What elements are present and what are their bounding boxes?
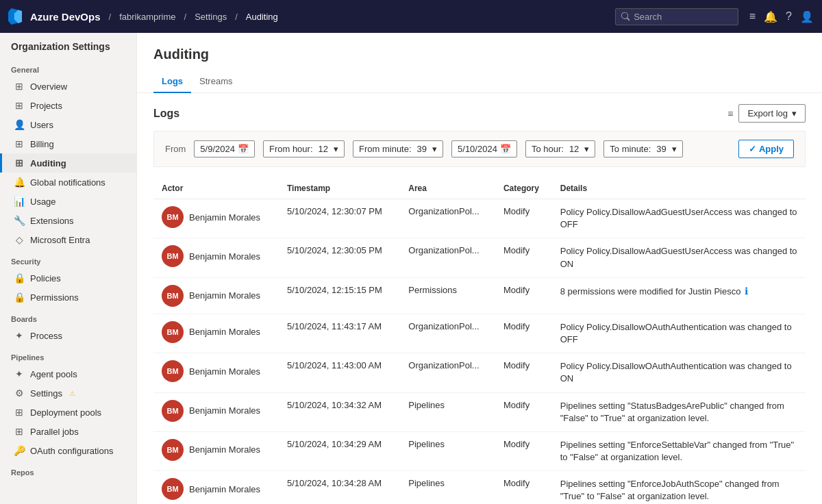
col-details: Details <box>552 178 806 199</box>
sidebar-item-usage[interactable]: 📊 Usage <box>0 192 136 211</box>
table-row[interactable]: BM Benjamin Morales 5/10/2024, 10:34:29 … <box>153 431 806 470</box>
sidebar-item-projects[interactable]: ⊞ Projects <box>0 96 136 115</box>
sidebar-item-label: Deployment pools <box>30 407 101 418</box>
apply-label: Apply <box>759 144 784 154</box>
from-date-picker[interactable]: 5/9/2024 📅 <box>194 140 255 158</box>
sidebar-item-agent-pools[interactable]: ✦ Agent pools <box>0 364 136 383</box>
category-cell: Modify <box>495 431 552 470</box>
category-cell: Modify <box>495 392 552 431</box>
user-avatar[interactable]: 👤 <box>800 10 814 23</box>
main-layout: Organization Settings General ⊞ Overview… <box>0 33 822 504</box>
sidebar-item-auditing[interactable]: ⊞ Auditing <box>0 153 136 173</box>
sidebar-section-general: General <box>0 58 136 77</box>
actor-cell: BM Benjamin Morales <box>153 471 279 504</box>
actor-name: Benjamin Morales <box>189 212 260 223</box>
to-hour-value: 12 <box>569 144 579 154</box>
timestamp-cell: 5/10/2024, 12:15:15 PM <box>279 277 400 314</box>
timestamp-cell: 5/10/2024, 10:34:29 AM <box>279 431 400 470</box>
search-input[interactable] <box>634 12 732 22</box>
category-cell: Modify <box>495 353 552 392</box>
from-minute-dropdown[interactable]: From minute: 39 ▾ <box>353 140 443 158</box>
table-row[interactable]: BM Benjamin Morales 5/10/2024, 12:30:07 … <box>153 199 806 238</box>
area-cell: OrganizationPol... <box>400 238 495 277</box>
actor-cell: BM Benjamin Morales <box>153 199 279 238</box>
sidebar-item-billing[interactable]: ⊞ Billing <box>0 134 136 153</box>
avatar: BM <box>162 206 184 228</box>
table-row[interactable]: BM Benjamin Morales 5/10/2024, 11:43:17 … <box>153 314 806 353</box>
billing-icon: ⊞ <box>14 138 25 149</box>
sidebar-item-label: Billing <box>30 139 54 149</box>
apply-button[interactable]: ✓ Apply <box>738 140 794 158</box>
actor-name: Benjamin Morales <box>189 290 260 301</box>
tab-logs[interactable]: Logs <box>153 71 191 93</box>
sidebar-item-process[interactable]: ✦ Process <box>0 326 136 345</box>
sidebar-item-deployment-pools[interactable]: ⊞ Deployment pools <box>0 403 136 422</box>
area-cell: OrganizationPol... <box>400 353 495 392</box>
sidebar-item-label: Auditing <box>30 158 66 168</box>
to-hour-label: To hour: <box>532 144 564 154</box>
search-box[interactable] <box>615 8 738 25</box>
nav-org-link[interactable]: fabrikamprime <box>119 12 175 22</box>
sidebar-item-permissions[interactable]: 🔒 Permissions <box>0 288 136 307</box>
notification-icon[interactable]: 🔔 <box>764 10 777 23</box>
sidebar-item-overview[interactable]: ⊞ Overview <box>0 77 136 96</box>
area-cell: OrganizationPol... <box>400 314 495 353</box>
details-cell: Policy Policy.DisallowOAuthAuthenticatio… <box>552 353 806 392</box>
agent-pools-icon: ✦ <box>14 368 25 379</box>
to-hour-dropdown[interactable]: To hour: 12 ▾ <box>525 140 595 158</box>
table-row[interactable]: BM Benjamin Morales 5/10/2024, 12:30:05 … <box>153 238 806 277</box>
extensions-icon: 🔧 <box>14 215 25 226</box>
table-row[interactable]: BM Benjamin Morales 5/10/2024, 10:34:28 … <box>153 471 806 504</box>
sidebar-item-global-notifications[interactable]: 🔔 Global notifications <box>0 173 136 192</box>
sidebar-item-label: Settings <box>30 388 62 399</box>
avatar: BM <box>162 285 184 307</box>
export-log-button[interactable]: Export log ▾ <box>738 104 806 123</box>
main-header: Auditing <box>137 33 822 62</box>
policies-icon: 🔒 <box>14 273 25 284</box>
sidebar-item-label: Agent pools <box>30 369 77 379</box>
tab-streams[interactable]: Streams <box>191 71 240 93</box>
to-date-picker[interactable]: 5/10/2024 📅 <box>451 140 517 158</box>
top-nav: Azure DevOps / fabrikamprime / Settings … <box>0 0 822 33</box>
actor-name: Benjamin Morales <box>189 444 260 455</box>
area-cell: Pipelines <box>400 431 495 470</box>
filter-bar: From 5/9/2024 📅 From hour: 12 ▾ From min… <box>153 131 806 167</box>
page-title: Auditing <box>153 47 806 62</box>
timestamp-cell: 5/10/2024, 10:34:28 AM <box>279 471 400 504</box>
notifications-icon: 🔔 <box>14 177 25 188</box>
sidebar-item-oauth[interactable]: 🔑 OAuth configurations <box>0 441 136 460</box>
sidebar-item-label: Usage <box>30 197 56 207</box>
nav-sep-2: / <box>184 12 187 22</box>
logs-title: Logs <box>153 108 179 120</box>
logs-toolbar: Logs ≡ Export log ▾ <box>153 104 806 123</box>
sidebar-item-pipelines-settings[interactable]: ⚙ Settings ⚠ <box>0 383 136 403</box>
area-cell: Permissions <box>400 277 495 314</box>
actor-cell: BM Benjamin Morales <box>153 392 279 431</box>
projects-icon: ⊞ <box>14 100 25 111</box>
table-row[interactable]: BM Benjamin Morales 5/10/2024, 11:43:00 … <box>153 353 806 392</box>
details-cell: Pipelines setting "EnforceJobAuthScope" … <box>552 471 806 504</box>
from-hour-dropdown[interactable]: From hour: 12 ▾ <box>263 140 345 158</box>
actor-name: Benjamin Morales <box>189 405 260 416</box>
to-date-value: 5/10/2024 <box>458 144 497 154</box>
sidebar-item-users[interactable]: 👤 Users <box>0 115 136 134</box>
col-actor: Actor <box>153 178 279 199</box>
to-minute-dropdown[interactable]: To minute: 39 ▾ <box>603 140 682 158</box>
timestamp-cell: 5/10/2024, 10:34:32 AM <box>279 392 400 431</box>
sidebar-item-policies[interactable]: 🔒 Policies <box>0 268 136 288</box>
list-icon[interactable]: ≡ <box>749 10 756 23</box>
nav-settings-link[interactable]: Settings <box>195 12 227 22</box>
help-icon[interactable]: ? <box>786 10 792 23</box>
sidebar-item-label: Overview <box>30 81 67 92</box>
sidebar-item-microsoft-entra[interactable]: ◇ Microsoft Entra <box>0 230 136 249</box>
to-minute-value: 39 <box>656 144 666 154</box>
filter-icon[interactable]: ≡ <box>727 108 733 119</box>
details-cell: Pipelines setting "StatusBadgesArePublic… <box>552 392 806 431</box>
timestamp-cell: 5/10/2024, 11:43:17 AM <box>279 314 400 353</box>
table-row[interactable]: BM Benjamin Morales 5/10/2024, 10:34:32 … <box>153 392 806 431</box>
table-row[interactable]: BM Benjamin Morales 5/10/2024, 12:15:15 … <box>153 277 806 314</box>
info-icon[interactable]: ℹ <box>745 286 748 297</box>
actor-name: Benjamin Morales <box>189 484 260 494</box>
sidebar-item-parallel-jobs[interactable]: ⊞ Parallel jobs <box>0 422 136 441</box>
sidebar-item-extensions[interactable]: 🔧 Extensions <box>0 211 136 230</box>
